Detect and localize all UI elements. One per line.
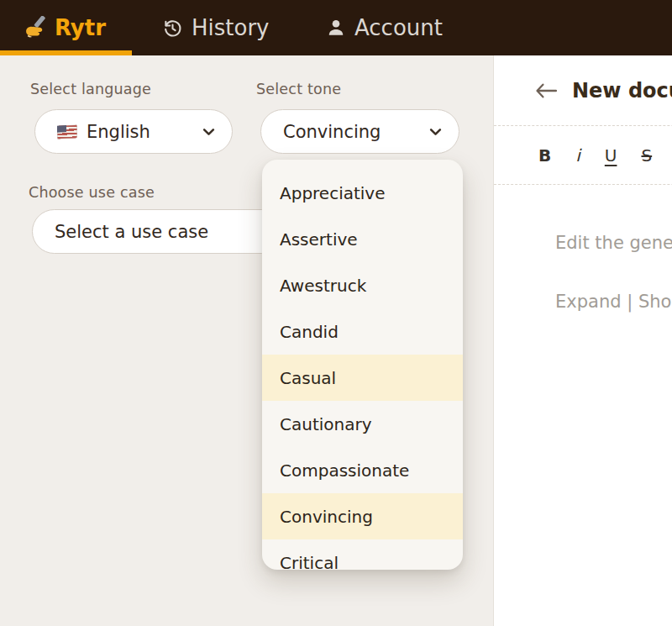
- tone-option-appreciative[interactable]: Appreciative: [262, 170, 463, 216]
- tone-select[interactable]: Convincing: [260, 109, 459, 154]
- brand-label: Rytr: [55, 15, 106, 40]
- language-value: English: [87, 122, 150, 142]
- account-label: Account: [354, 15, 443, 40]
- history-label: History: [192, 15, 270, 40]
- tone-dropdown-menu: AppreciativeAssertiveAwestruckCandidCasu…: [262, 160, 463, 570]
- use-case-label: Choose use case: [29, 184, 155, 201]
- language-select[interactable]: English: [34, 109, 233, 154]
- editor-header: New docu: [494, 55, 672, 126]
- tone-option-critical[interactable]: Critical: [262, 539, 463, 570]
- active-tab-underline: [0, 50, 132, 55]
- tone-option-candid[interactable]: Candid: [262, 308, 463, 355]
- editor-action-links[interactable]: Expand | Sho: [555, 292, 671, 312]
- tone-option-compassionate[interactable]: Compassionate: [262, 447, 463, 493]
- editor-placeholder-line-1: Edit the gene: [555, 233, 672, 253]
- tone-label: Select tone: [256, 81, 341, 97]
- document-title[interactable]: New docu: [572, 79, 672, 103]
- editor-panel: New docu BiUS Edit the gene Expand | Sho: [493, 55, 672, 626]
- history-icon: [162, 18, 183, 39]
- tab-account[interactable]: Account: [326, 0, 443, 55]
- strike-button[interactable]: S: [641, 145, 652, 166]
- tone-option-assertive[interactable]: Assertive: [262, 216, 463, 262]
- italic-button[interactable]: i: [575, 145, 580, 166]
- use-case-value: Select a use case: [55, 222, 208, 242]
- bold-button[interactable]: B: [538, 145, 551, 166]
- tone-option-awestruck[interactable]: Awestruck: [262, 262, 463, 308]
- chevron-down-icon: [429, 128, 442, 136]
- formatting-toolbar: BiUS: [494, 126, 672, 185]
- composer-panel: Select language English Select tone Conv…: [0, 55, 493, 626]
- language-label: Select language: [30, 81, 151, 97]
- tone-option-casual[interactable]: Casual: [262, 355, 463, 401]
- topbar: Rytr History Account: [0, 0, 672, 55]
- tab-rytr[interactable]: Rytr: [24, 0, 106, 55]
- writing-hand-icon: [24, 16, 48, 40]
- tone-option-convincing[interactable]: Convincing: [262, 493, 463, 539]
- tone-value: Convincing: [283, 122, 381, 142]
- rytr-app-window: Rytr History Account: [0, 0, 672, 626]
- underline-button[interactable]: U: [605, 145, 617, 166]
- account-icon: [326, 18, 346, 38]
- use-case-select[interactable]: Select a use case: [32, 209, 284, 254]
- tone-option-cautionary[interactable]: Cautionary: [262, 401, 463, 447]
- chevron-down-icon: [202, 128, 215, 136]
- tab-history[interactable]: History: [162, 0, 270, 55]
- back-arrow-icon[interactable]: [536, 83, 557, 98]
- us-flag-icon: [57, 124, 77, 139]
